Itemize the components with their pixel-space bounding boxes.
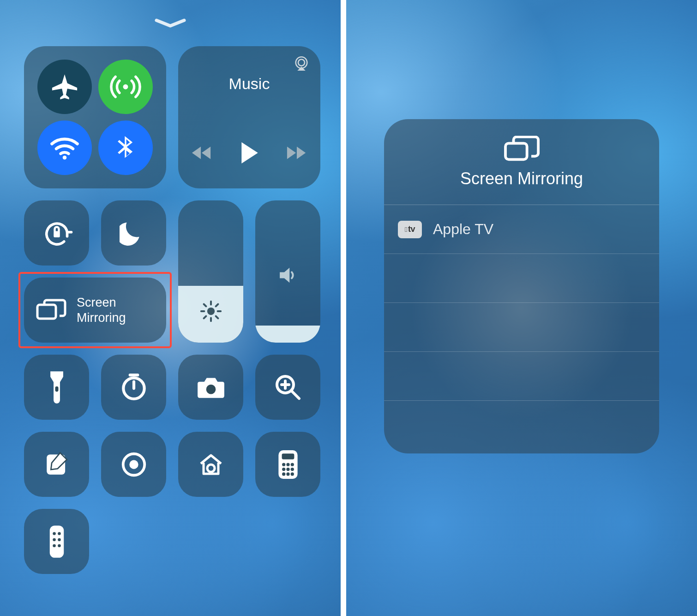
svg-rect-7 [55,386,58,392]
screen-mirroring-title: Screen Mirroring [460,169,583,188]
mirror-empty-row [384,254,659,303]
do-not-disturb-toggle[interactable] [101,200,166,266]
control-center-pane: Music [0,0,346,616]
svg-point-14 [207,465,215,472]
airplay-audio-icon[interactable] [292,54,311,74]
svg-point-3 [298,60,305,66]
collapse-chevron-icon[interactable] [154,18,187,30]
svg-point-6 [207,308,214,315]
svg-point-13 [129,460,138,469]
rewind-icon[interactable] [191,145,212,161]
svg-point-27 [53,532,56,535]
screen-record-button[interactable] [101,432,166,497]
svg-rect-33 [505,143,527,159]
volume-slider[interactable] [255,200,320,343]
play-icon[interactable] [239,141,259,164]
svg-point-9 [206,384,216,394]
mirror-empty-row [384,401,659,450]
mirror-device-row[interactable]: tv Apple TV [384,205,659,254]
screen-mirroring-button[interactable]: Screen Mirroring [24,278,166,343]
cellular-data-toggle[interactable] [98,60,153,114]
apple-tv-remote-button[interactable] [24,509,89,574]
music-title: Music [229,75,270,93]
svg-rect-26 [49,525,63,558]
bluetooth-toggle[interactable] [98,121,153,175]
notes-button[interactable] [24,432,89,497]
svg-point-0 [123,85,128,90]
magnifier-button[interactable] [255,355,320,420]
svg-point-25 [290,472,294,476]
screen-mirroring-panel: Screen Mirroring tv Apple TV [384,119,659,453]
svg-point-19 [290,463,294,466]
camera-button[interactable] [178,355,243,420]
svg-point-18 [286,463,289,466]
tutorial-highlight: Screen Mirroring [18,272,172,348]
mirror-empty-row [384,352,659,401]
svg-point-17 [282,463,285,466]
flashlight-button[interactable] [24,355,89,420]
svg-point-22 [290,467,294,471]
home-button[interactable] [178,432,243,497]
svg-point-1 [63,156,67,160]
svg-point-24 [286,472,289,476]
orientation-lock-toggle[interactable] [24,200,89,266]
fast-forward-icon[interactable] [286,145,307,161]
svg-point-20 [282,467,285,471]
timer-button[interactable] [101,355,166,420]
svg-point-28 [58,532,61,535]
apple-tv-badge-icon: tv [398,221,422,238]
wifi-toggle[interactable] [37,121,92,175]
brightness-slider[interactable] [178,200,243,343]
screen-mirroring-label: Screen Mirroring [77,295,126,325]
calculator-button[interactable] [255,432,320,497]
screen-mirroring-header: Screen Mirroring [384,119,659,205]
brightness-icon [199,299,223,323]
svg-point-30 [58,538,61,541]
svg-rect-5 [37,305,56,319]
music-widget[interactable]: Music [178,46,320,188]
svg-point-2 [296,57,307,68]
screen-mirroring-pane: Screen Mirroring tv Apple TV [346,0,697,616]
airplane-mode-toggle[interactable] [37,60,92,114]
connectivity-group [24,46,166,188]
mirror-empty-row [384,303,659,352]
svg-point-21 [286,467,289,471]
screen-mirroring-icon [36,299,66,322]
svg-point-32 [58,544,61,547]
svg-point-31 [53,544,56,547]
volume-icon [276,263,300,287]
mirror-device-name: Apple TV [433,221,493,238]
svg-rect-16 [282,453,294,459]
svg-point-23 [282,472,285,476]
screen-mirroring-icon [504,136,540,162]
svg-point-29 [53,538,56,541]
